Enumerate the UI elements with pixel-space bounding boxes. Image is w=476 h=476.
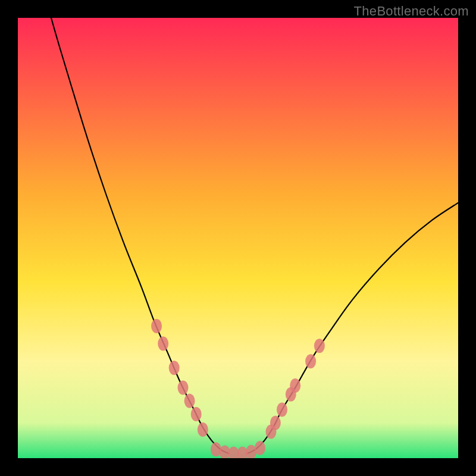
watermark-text: TheBottleneck.com bbox=[354, 4, 469, 19]
chart-frame: TheBottleneck.com bbox=[0, 0, 476, 476]
gradient-background bbox=[18, 18, 458, 458]
marker-point bbox=[178, 381, 189, 395]
marker-point bbox=[169, 361, 180, 375]
chart-svg bbox=[18, 18, 458, 458]
marker-point bbox=[255, 441, 265, 455]
marker-point bbox=[270, 416, 281, 430]
plot-area bbox=[18, 18, 458, 458]
marker-point bbox=[191, 407, 202, 421]
marker-point bbox=[151, 319, 162, 333]
marker-point bbox=[290, 378, 300, 393]
marker-point bbox=[158, 337, 168, 351]
marker-point bbox=[277, 403, 287, 417]
marker-point bbox=[314, 339, 325, 353]
marker-point bbox=[198, 422, 208, 437]
marker-point bbox=[184, 394, 195, 408]
marker-point bbox=[305, 354, 316, 368]
